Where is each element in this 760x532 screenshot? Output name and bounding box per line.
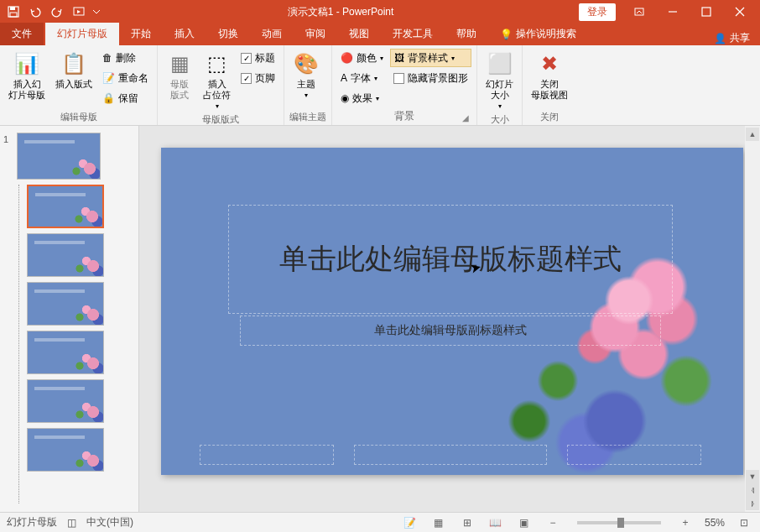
minimize-button[interactable] [656,0,690,23]
login-button[interactable]: 登录 [579,3,616,21]
tab-slide-master[interactable]: 幻灯片母版 [45,23,119,45]
dialog-launcher-button[interactable]: ◢ [460,112,471,123]
date-placeholder[interactable] [200,445,334,465]
zoom-slider[interactable] [577,521,661,524]
window-title: 演示文稿1 - PowerPoint [102,5,579,19]
ribbon-options-button[interactable] [622,0,656,23]
slide-size-button[interactable]: ⬜幻灯片 大小▾ [482,49,517,112]
tab-view[interactable]: 视图 [337,23,381,45]
colors-icon: 🔴 [341,52,353,64]
svg-rect-6 [702,8,711,16]
lightbulb-icon: 💡 [500,29,513,40]
reading-view-button[interactable]: 📖 [487,515,505,530]
group-label-background: 背景◢ [337,107,471,123]
zoom-out-button[interactable]: − [544,515,562,530]
svg-rect-4 [635,8,643,15]
close-button[interactable] [723,0,757,23]
share-icon: 👤 [714,33,726,44]
slideshow-view-button[interactable]: ▣ [515,515,534,530]
quick-access-toolbar [3,3,102,21]
chevron-down-icon: ▾ [498,102,502,110]
layout-thumbnail-6[interactable] [27,428,104,472]
tell-me[interactable]: 💡操作说明搜索 [488,23,588,45]
canvas-area[interactable]: 单击此处编辑母版标题样式 单击此处编辑母版副标题样式 ➤ ▲ ▼ ⦉ ⦊ [139,126,760,512]
tab-review[interactable]: 审阅 [294,23,337,45]
prev-slide-button[interactable]: ⦉ [746,483,759,497]
titlebar: 演示文稿1 - PowerPoint 登录 [0,0,760,23]
next-slide-button[interactable]: ⦊ [746,497,759,510]
layout-thumbnail-3[interactable] [27,282,104,326]
background-styles-button[interactable]: 🖼背景样式▾ [390,49,471,67]
rename-icon: 📝 [102,72,115,84]
tab-help[interactable]: 帮助 [445,23,488,45]
insert-placeholder-button[interactable]: ⬚插入 占位符▾ [200,49,234,112]
undo-button[interactable] [25,3,45,21]
slide-master-canvas[interactable]: 单击此处编辑母版标题样式 单击此处编辑母版副标题样式 ➤ [161,148,743,475]
zoom-in-button[interactable]: + [676,515,695,530]
status-mode: 幻灯片母版 [7,515,57,529]
slide-size-icon: ⬜ [487,50,513,77]
group-label-size: 大小 [482,112,517,126]
scroll-down-button[interactable]: ▼ [746,470,759,483]
delete-button[interactable]: 🗑删除 [99,49,152,67]
colors-button[interactable]: 🔴颜色▾ [337,49,387,67]
rename-button[interactable]: 📝重命名 [99,69,152,87]
zoom-level[interactable]: 55% [705,517,725,529]
save-button[interactable] [3,3,23,21]
accessibility-icon[interactable]: ◫ [67,517,76,529]
notes-button[interactable]: 📝 [401,515,419,530]
start-slideshow-button[interactable] [69,3,89,21]
normal-view-button[interactable]: ▦ [429,515,448,530]
layout-thumbnail-2[interactable] [27,233,104,277]
tab-insert[interactable]: 插入 [163,23,206,45]
master-layout-button[interactable]: ▦母版 版式 [163,49,196,102]
ribbon-group-edit-theme: 🎨主题▾ 编辑主题 [284,45,332,125]
insert-slide-master-button[interactable]: 📊插入幻 灯片母版 [5,49,49,102]
effects-button[interactable]: ◉效果▾ [337,89,387,107]
status-language[interactable]: 中文(中国) [86,515,133,529]
fonts-icon: A [341,72,347,84]
hide-bg-checkbox[interactable]: 隐藏背景图形 [390,69,471,87]
title-placeholder[interactable]: 单击此处编辑母版标题样式 [228,205,673,314]
layout-icon: 📋 [60,50,87,77]
sorter-view-button[interactable]: ⊞ [458,515,476,530]
vertical-scrollbar[interactable]: ▲ ▼ ⦉ ⦊ [745,126,760,512]
redo-button[interactable] [47,3,67,21]
title-checkbox[interactable]: ✓标题 [237,49,278,67]
insert-layout-button[interactable]: 📋插入版式 [52,49,96,91]
close-master-view-button[interactable]: ✖关闭 母版视图 [528,49,571,102]
qat-customize-button[interactable] [91,3,102,21]
chevron-down-icon: ▾ [451,55,455,62]
svg-rect-2 [10,13,17,17]
chevron-down-icon: ▾ [216,102,219,110]
bg-styles-icon: 🖼 [394,52,404,64]
scroll-up-button[interactable]: ▲ [746,128,759,141]
footer-placeholder[interactable] [354,445,547,465]
preserve-button[interactable]: 🔒保留 [99,89,152,107]
layout-thumbnail-1[interactable] [27,185,104,228]
ribbon-group-size: ⬜幻灯片 大小▾ 大小 [477,45,523,125]
svg-rect-1 [10,7,15,10]
master-thumbnail[interactable] [17,133,101,180]
title-text: 单击此处编辑母版标题样式 [279,240,622,279]
footer-checkbox[interactable]: ✓页脚 [237,69,278,87]
fit-window-button[interactable]: ⊡ [735,515,753,530]
fonts-button[interactable]: A字体▾ [337,69,387,87]
zoom-slider-thumb[interactable] [617,518,624,528]
workspace: 1 单击此处编辑母版标题样式 单击此处编辑母版副标题样式 ➤ ▲ ▼ ⦉ ⦊ [0,126,760,512]
group-label-edit-theme: 编辑主题 [289,109,326,123]
tab-developer[interactable]: 开发工具 [381,23,445,45]
layout-thumbnail-5[interactable] [27,379,104,423]
group-label-close: 关闭 [528,109,571,123]
themes-button[interactable]: 🎨主题▾ [289,49,323,101]
tab-transition[interactable]: 切换 [206,23,250,45]
layout-thumbnail-4[interactable] [27,331,104,374]
tab-file[interactable]: 文件 [0,23,44,45]
share-button[interactable]: 👤共享 [714,31,750,45]
subtitle-placeholder[interactable]: 单击此处编辑母版副标题样式 [240,316,661,346]
tab-animation[interactable]: 动画 [250,23,294,45]
thumbnail-panel[interactable]: 1 [0,126,139,512]
tab-home[interactable]: 开始 [119,23,163,45]
slide-number-placeholder[interactable] [567,445,701,465]
maximize-button[interactable] [690,0,723,23]
